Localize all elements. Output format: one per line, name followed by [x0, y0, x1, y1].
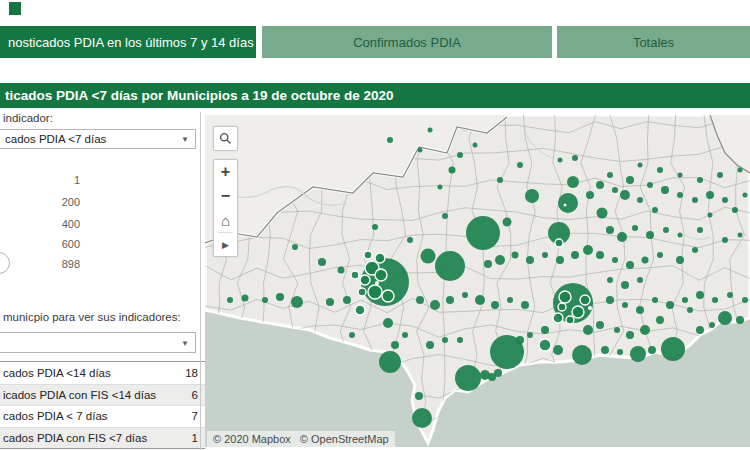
table-row[interactable]: cados PDIA <14 días18: [0, 362, 205, 384]
municipality-bubble-ringed[interactable]: [559, 291, 571, 303]
municipality-bubble[interactable]: [558, 193, 578, 213]
municipality-bubble[interactable]: [497, 177, 503, 183]
tab-totales[interactable]: Totales: [557, 26, 750, 58]
municipality-bubble[interactable]: [678, 173, 683, 178]
home-button[interactable]: ⌂: [214, 208, 237, 232]
municipality-bubble[interactable]: [455, 365, 481, 391]
municipality-bubble[interactable]: [612, 257, 618, 263]
municipality-bubble[interactable]: [442, 337, 448, 343]
municipality-bubble[interactable]: [387, 137, 393, 143]
municipality-bubble[interactable]: [652, 297, 658, 303]
municipality-bubble[interactable]: [558, 158, 563, 163]
municipality-bubble[interactable]: [620, 190, 630, 200]
municipality-bubble[interactable]: [626, 261, 634, 269]
table-row[interactable]: cados PDIA < 7 días7: [0, 405, 205, 427]
municipality-bubble[interactable]: [541, 326, 549, 334]
municipality-bubble[interactable]: [738, 168, 743, 173]
municipality-bubble[interactable]: [709, 322, 715, 328]
municipality-bubble[interactable]: [527, 332, 533, 338]
municipality-bubble[interactable]: [646, 231, 654, 239]
municipality-bubble[interactable]: [349, 332, 355, 338]
municipality-bubble[interactable]: [648, 346, 656, 354]
municipality-bubble[interactable]: [732, 207, 738, 213]
municipality-bubble[interactable]: [503, 218, 512, 227]
municipality-bubble[interactable]: [596, 321, 604, 329]
municipality-bubble[interactable]: [736, 316, 744, 324]
municipality-bubble[interactable]: [677, 192, 683, 198]
municipality-bubble[interactable]: [407, 237, 413, 243]
municipality-bubble[interactable]: [542, 252, 548, 258]
municipality-bubble[interactable]: [738, 233, 743, 238]
municipality-bubble[interactable]: [596, 181, 604, 189]
municipality-bubble[interactable]: [640, 325, 650, 335]
municipality-bubble[interactable]: [606, 296, 614, 304]
municipality-bubble[interactable]: [326, 298, 334, 306]
municipality-bubble[interactable]: [712, 297, 718, 303]
municipality-bubble[interactable]: [717, 172, 723, 178]
municipality-bubble[interactable]: [421, 249, 436, 264]
municipality-bubble-ringed[interactable]: [360, 275, 370, 285]
map-attribution[interactable]: © 2020 Mapbox © OpenStreetMap: [207, 431, 395, 447]
municipality-bubble[interactable]: [227, 297, 233, 303]
expand-button[interactable]: ▶: [214, 233, 237, 256]
municipality-bubble[interactable]: [626, 176, 634, 184]
municipality-bubble[interactable]: [426, 341, 434, 349]
municipality-bubble[interactable]: [687, 307, 693, 313]
municipality-bubble[interactable]: [697, 227, 703, 233]
municipality-bubble[interactable]: [637, 277, 643, 283]
municipality-bubble-ringed[interactable]: [375, 269, 387, 281]
municipality-bubble[interactable]: [567, 176, 579, 188]
municipality-bubble[interactable]: [663, 227, 669, 233]
municipality-bubble-ringed[interactable]: [375, 253, 385, 263]
municipality-bubble[interactable]: [617, 232, 627, 242]
municipality-bubble[interactable]: [596, 251, 604, 259]
municipality-bubble[interactable]: [678, 233, 683, 238]
municipality-bubble[interactable]: [449, 167, 456, 174]
municipality-bubble-ringed[interactable]: [355, 305, 365, 315]
municipality-bubble[interactable]: [606, 226, 614, 234]
municipality-bubble[interactable]: [553, 345, 563, 355]
municipality-bubble-ringed[interactable]: [358, 288, 366, 296]
municipality-dot[interactable]: [564, 204, 567, 207]
municipality-bubble[interactable]: [742, 297, 748, 303]
andalucia-bubble-map[interactable]: [205, 115, 750, 447]
tab-diagnosticados-pdia-7-14-dias[interactable]: nosticados PDIA en los últimos 7 y 14 dí…: [0, 26, 256, 58]
municipality-bubble-ringed[interactable]: [368, 285, 382, 299]
municipality-bubble[interactable]: [428, 128, 433, 133]
municipality-bubble[interactable]: [415, 392, 423, 400]
municipality-bubble[interactable]: [696, 326, 704, 334]
municipality-bubble[interactable]: [242, 295, 249, 302]
municipality-bubble[interactable]: [457, 152, 463, 158]
municipality-bubble[interactable]: [661, 337, 685, 361]
municipality-bubble[interactable]: [512, 252, 519, 259]
municipality-bubble[interactable]: [617, 349, 623, 355]
municipality-bubble[interactable]: [416, 296, 424, 304]
municipality-bubble[interactable]: [457, 337, 463, 343]
municipality-bubble[interactable]: [621, 281, 629, 289]
municipality-bubble[interactable]: [583, 245, 593, 255]
municipality-bubble[interactable]: [692, 247, 698, 253]
municipality-bubble[interactable]: [494, 369, 502, 377]
municipality-bubble[interactable]: [727, 292, 733, 298]
table-row[interactable]: cados PDIA con FIS <7 días1: [0, 427, 205, 449]
municipality-bubble[interactable]: [597, 208, 608, 219]
municipality-bubble[interactable]: [462, 292, 468, 298]
municipality-bubble-ringed[interactable]: [539, 339, 551, 351]
municipality-bubble[interactable]: [291, 296, 303, 308]
municipality-bubble[interactable]: [708, 213, 713, 218]
municipality-bubble-ringed[interactable]: [553, 313, 563, 323]
municipality-bubble[interactable]: [666, 301, 674, 309]
municipality-bubble[interactable]: [722, 197, 728, 203]
table-row[interactable]: icados PDIA con FIS <14 días6: [0, 384, 205, 406]
municipio-dropdown[interactable]: ▼: [0, 332, 196, 353]
municipality-bubble[interactable]: [636, 306, 644, 314]
municipality-bubble[interactable]: [638, 163, 643, 168]
municipality-bubble[interactable]: [507, 297, 513, 303]
municipality-bubble[interactable]: [642, 257, 649, 264]
municipality-bubble[interactable]: [586, 191, 594, 199]
municipality-bubble[interactable]: [372, 224, 378, 230]
municipality-bubble[interactable]: [657, 252, 663, 258]
municipality-bubble[interactable]: [491, 301, 499, 309]
municipality-bubble[interactable]: [571, 251, 579, 259]
municipality-bubble[interactable]: [607, 172, 613, 178]
